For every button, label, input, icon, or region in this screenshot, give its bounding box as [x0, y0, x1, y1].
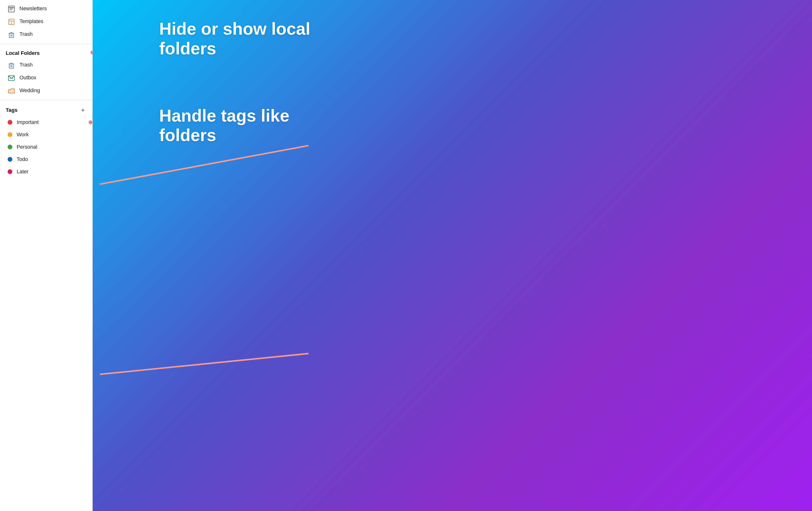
sidebar-item-trash-top[interactable]: Trash [2, 28, 90, 40]
sidebar-item-trash-local[interactable]: Trash [2, 59, 90, 71]
local-folders-title: Local Folders [6, 50, 40, 56]
svg-line-26 [10, 78, 11, 79]
important-label: Important [17, 119, 39, 125]
templates-icon: A [8, 18, 15, 25]
personal-label: Personal [17, 144, 37, 150]
svg-rect-4 [8, 6, 14, 7]
svg-line-29 [100, 354, 308, 374]
todo-dot [8, 157, 12, 162]
svg-line-28 [100, 146, 308, 184]
sidebar-item-outbox[interactable]: Outbox [2, 71, 90, 84]
annotation-lines [93, 0, 812, 511]
annotation-dot-tags [89, 120, 92, 124]
todo-label: Todo [17, 156, 28, 162]
newsletters-icon [8, 5, 15, 12]
callout-hide-show: Hide or show local folders [159, 19, 349, 58]
wedding-icon [8, 87, 15, 94]
work-dot [8, 132, 12, 137]
sidebar-item-later[interactable]: Later [2, 166, 90, 178]
sidebar-top-section: Newsletters A Templates [0, 0, 92, 43]
trash-local-label: Trash [20, 62, 33, 68]
later-label: Later [17, 169, 29, 175]
tags-header: Tags + [0, 103, 92, 116]
sidebar-tags-section: Tags + Important Work Personal Todo [0, 101, 92, 180]
trash-local-icon [8, 61, 15, 68]
sidebar-item-personal[interactable]: Personal [2, 141, 90, 153]
sidebar-item-templates[interactable]: A Templates [2, 15, 90, 28]
newsletters-label: Newsletters [20, 5, 47, 12]
wedding-label: Wedding [20, 87, 40, 94]
svg-text:A: A [10, 19, 11, 21]
templates-label: Templates [20, 18, 43, 25]
trash-top-icon [8, 31, 15, 37]
main-content: Hide or show local folders Handle tags l… [93, 0, 812, 511]
sidebar-item-todo[interactable]: Todo [2, 153, 90, 165]
sidebar-local-folders-section: Local Folders Trash [0, 45, 92, 99]
outbox-icon [8, 74, 15, 81]
trash-top-label: Trash [20, 31, 33, 37]
important-dot [8, 120, 12, 125]
sidebar-item-wedding[interactable]: Wedding [2, 84, 90, 97]
sidebar-item-important[interactable]: Important [2, 116, 90, 128]
tags-title: Tags [6, 107, 18, 113]
svg-line-27 [12, 78, 13, 79]
sidebar-item-work[interactable]: Work [2, 129, 90, 141]
tags-add-button[interactable]: + [79, 107, 87, 114]
annotation-dot-local-folders [90, 51, 93, 54]
work-label: Work [17, 131, 29, 138]
later-dot [8, 169, 12, 174]
local-folders-header: Local Folders [0, 47, 92, 58]
personal-dot [8, 145, 12, 149]
sidebar-item-newsletters[interactable]: Newsletters [2, 2, 90, 15]
sidebar: Newsletters A Templates [0, 0, 93, 511]
outbox-label: Outbox [20, 74, 36, 81]
callout-handle-tags: Handle tags like folders [159, 106, 349, 145]
